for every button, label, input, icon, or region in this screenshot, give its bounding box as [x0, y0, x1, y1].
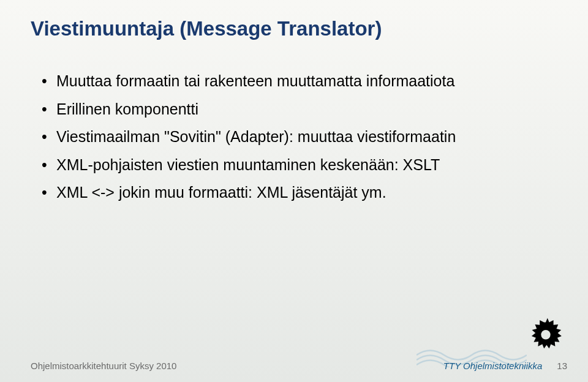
footer: Ohjelmistoarkkitehtuurit Syksy 2010 TTY …	[0, 361, 588, 371]
bullet-item: XML-pohjaisten viestien muuntaminen kesk…	[42, 154, 557, 177]
bullet-item: Erillinen komponentti	[42, 98, 557, 121]
bullet-item: Viestimaailman "Sovitin" (Adapter): muut…	[42, 125, 557, 149]
slide: Viestimuuntaja (Message Translator) Muut…	[0, 0, 588, 382]
page-number: 13	[557, 361, 567, 371]
svg-point-1	[541, 330, 550, 339]
bullet-list: Muuttaa formaatin tai rakenteen muuttama…	[31, 70, 557, 204]
bullet-item: Muuttaa formaatin tai rakenteen muuttama…	[42, 70, 557, 93]
gear-icon	[524, 316, 567, 359]
footer-right-text: TTY Ohjelmistotekniikka	[443, 361, 542, 371]
bullet-item: XML <-> jokin muu formaatti: XML jäsentä…	[42, 181, 557, 204]
footer-left-text: Ohjelmistoarkkitehtuurit Syksy 2010	[31, 361, 443, 371]
slide-title: Viestimuuntaja (Message Translator)	[31, 17, 557, 40]
